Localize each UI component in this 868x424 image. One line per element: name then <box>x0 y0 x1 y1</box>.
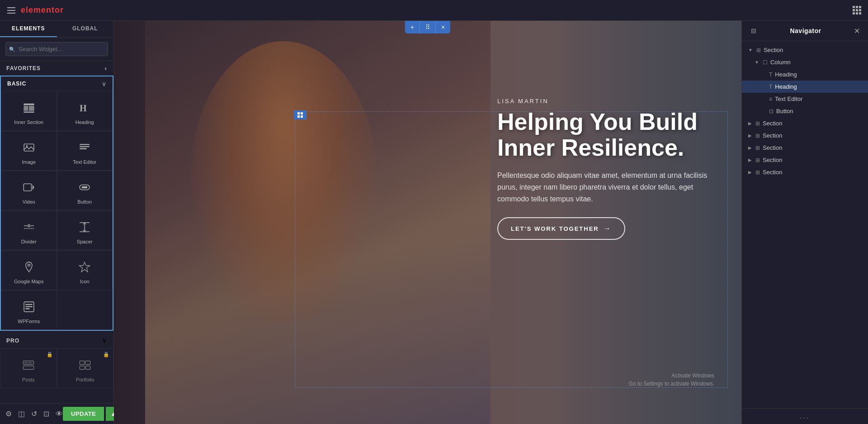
widget-icon[interactable]: Icon <box>57 250 113 290</box>
svg-rect-5 <box>24 144 34 151</box>
nav-icon-heading-2: T <box>769 84 772 90</box>
nav-arrow-section-2[interactable]: ▶ <box>748 121 752 126</box>
text-editor-icon <box>76 139 93 156</box>
nav-label-button-1: Button <box>776 108 793 114</box>
svg-rect-40 <box>297 112 300 114</box>
widget-google-maps-label: Google Maps <box>14 279 43 284</box>
navigator-tree: ▼ ⊞ Section ▼ ☐ Column ▶ T Heading ▶ T H… <box>742 41 868 408</box>
nav-icon-section-4: ⊞ <box>755 145 760 151</box>
widget-google-maps[interactable]: Google Maps <box>1 250 57 290</box>
inner-section-icon <box>21 100 37 116</box>
svg-rect-2 <box>29 106 34 111</box>
favorites-row[interactable]: FAVORITES › <box>0 61 113 76</box>
nav-arrow-section-1[interactable]: ▼ <box>748 48 753 52</box>
nav-item-heading-2[interactable]: ▶ T Heading <box>742 81 868 93</box>
hero-btn-arrow: → <box>604 224 612 233</box>
settings-icon[interactable]: ⚙ <box>5 410 12 418</box>
bottom-toolbar: ⚙ ◫ ↺ ⊡ 👁 UPDATE ▲ <box>0 403 113 424</box>
nav-item-text-editor-1[interactable]: ▶ ≡ Text Editor <box>742 93 868 105</box>
pro-section-header[interactable]: PRO ∨ <box>0 333 113 348</box>
activate-windows-text: Activate Windows Go to Settings to activ… <box>629 372 714 388</box>
nav-icon-section-3: ⊞ <box>755 133 760 139</box>
nav-label-heading-1: Heading <box>775 71 797 78</box>
nav-icon-section-6: ⊞ <box>755 169 760 176</box>
nav-icon-button-1: ⊡ <box>769 108 774 114</box>
button-icon <box>76 179 93 195</box>
navigator-title: Navigator <box>790 27 821 34</box>
nav-label-section-3: Section <box>763 132 782 139</box>
nav-label-heading-2: Heading <box>775 83 797 90</box>
widget-divider[interactable]: Divider <box>1 210 57 250</box>
navigator-header: ⊟ Navigator ✕ <box>742 21 868 41</box>
svg-rect-3 <box>24 112 34 113</box>
tab-global[interactable]: GLOBAL <box>57 21 114 37</box>
widget-portfolio[interactable]: 🔒 Portfolio <box>57 348 114 388</box>
nav-item-section-6[interactable]: ▶ ⊞ Section <box>742 166 868 178</box>
left-panel: ELEMENTS GLOBAL FAVORITES › BASIC ∨ <box>0 21 114 424</box>
widget-text-editor[interactable]: Text Editor <box>57 131 113 171</box>
navigator-dots: ... <box>800 412 810 420</box>
widget-heading[interactable]: H Heading <box>57 91 113 131</box>
nav-label-column-1: Column <box>770 59 791 66</box>
canvas-drag-button[interactable]: ⠿ <box>420 21 436 33</box>
widget-wpforms[interactable]: WPForms <box>1 290 57 330</box>
svg-rect-33 <box>24 362 27 363</box>
widget-wpforms-label: WPForms <box>18 319 40 324</box>
hero-content: LISA MARTIN Helping You Build Inner Resi… <box>497 98 714 240</box>
svg-rect-8 <box>80 146 90 147</box>
navigator-pin-button[interactable]: ⊟ <box>748 25 759 36</box>
widget-inner-section-label: Inner Section <box>14 119 43 125</box>
update-button[interactable]: UPDATE <box>63 407 104 421</box>
pro-section-label: PRO <box>6 338 19 344</box>
panel-scroll: FAVORITES › BASIC ∨ <box>0 61 113 403</box>
nav-item-section-5[interactable]: ▶ ⊞ Section <box>742 154 868 166</box>
widget-spacer[interactable]: Spacer <box>57 210 113 250</box>
svg-rect-37 <box>85 361 90 365</box>
nav-item-column-1[interactable]: ▼ ☐ Column <box>742 56 868 68</box>
menu-icon[interactable] <box>7 7 15 14</box>
widget-video-label: Video <box>23 199 35 205</box>
nav-arrow-section-4[interactable]: ▶ <box>748 145 752 150</box>
posts-lock-icon: 🔒 <box>47 352 53 357</box>
nav-label-section-4: Section <box>763 144 782 151</box>
svg-rect-0 <box>24 104 34 105</box>
nav-item-section-3[interactable]: ▶ ⊞ Section <box>742 129 868 142</box>
portfolio-lock-icon: 🔒 <box>103 352 109 357</box>
nav-label-section-2: Section <box>763 120 782 127</box>
nav-item-section-1[interactable]: ▼ ⊞ Section <box>742 44 868 56</box>
widget-video[interactable]: Video <box>1 171 57 210</box>
navigator-close-button[interactable]: ✕ <box>852 26 862 36</box>
nav-item-heading-1[interactable]: ▶ T Heading <box>742 68 868 81</box>
svg-point-25 <box>28 264 30 267</box>
svg-marker-26 <box>80 262 90 272</box>
layers-icon[interactable]: ◫ <box>18 410 25 418</box>
nav-item-section-2[interactable]: ▶ ⊞ Section <box>742 117 868 129</box>
video-icon <box>21 179 37 195</box>
heading-icon: H <box>76 100 93 116</box>
hero-cta-button[interactable]: LET'S WORK TOGETHER → <box>497 217 625 240</box>
tab-elements[interactable]: ELEMENTS <box>0 21 57 37</box>
preview-icon[interactable]: 👁 <box>56 410 63 418</box>
basic-section-header[interactable]: BASIC ∨ <box>0 76 113 91</box>
widget-image[interactable]: Image <box>1 131 57 171</box>
widget-button[interactable]: Button <box>57 171 113 210</box>
svg-rect-9 <box>80 148 87 149</box>
canvas-close-button[interactable]: × <box>436 21 450 33</box>
nav-item-section-4[interactable]: ▶ ⊞ Section <box>742 142 868 154</box>
nav-label-section-5: Section <box>763 157 782 163</box>
widget-posts[interactable]: 🔒 Posts <box>0 348 57 388</box>
hero-title: Helping You Build Inner Resilience. <box>497 109 714 161</box>
nav-arrow-section-5[interactable]: ▶ <box>748 157 752 162</box>
grid-icon[interactable] <box>853 6 861 14</box>
widget-button-label: Button <box>77 199 92 205</box>
nav-arrow-column-1[interactable]: ▼ <box>755 60 759 65</box>
canvas-add-button[interactable]: + <box>405 21 420 33</box>
nav-arrow-section-3[interactable]: ▶ <box>748 133 752 138</box>
nav-arrow-section-6[interactable]: ▶ <box>748 170 752 175</box>
nav-item-button-1[interactable]: ▶ ⊡ Button <box>742 105 868 117</box>
widget-inner-section[interactable]: Inner Section <box>1 91 57 131</box>
history-icon[interactable]: ↺ <box>31 410 37 418</box>
search-input[interactable] <box>5 42 108 56</box>
responsive-icon[interactable]: ⊡ <box>43 410 49 418</box>
widgets-grid: Inner Section H Heading <box>0 91 113 331</box>
